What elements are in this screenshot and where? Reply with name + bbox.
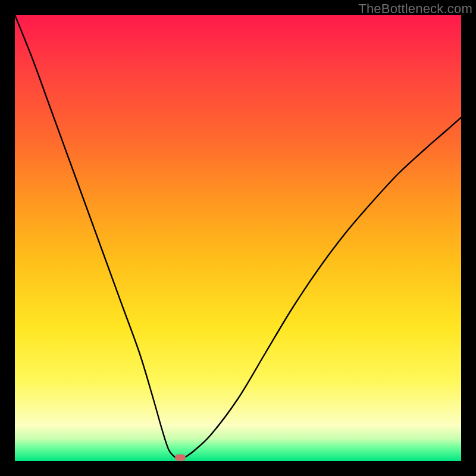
- minimum-marker: [175, 455, 186, 461]
- plot-area: [15, 15, 461, 461]
- chart-frame: TheBottleneck.com: [0, 0, 476, 476]
- bottleneck-curve: [15, 15, 461, 461]
